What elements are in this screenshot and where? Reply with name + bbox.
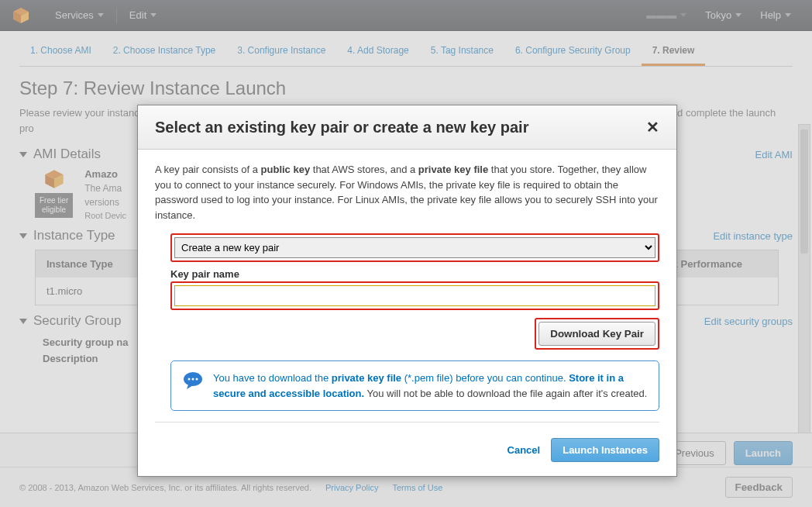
svg-point-2 — [192, 378, 194, 381]
svg-point-1 — [188, 378, 191, 381]
modal-description: A key pair consists of a public key that… — [155, 162, 659, 222]
modal-title: Select an existing key pair or create a … — [155, 119, 528, 136]
chat-info-icon — [182, 371, 204, 389]
close-icon[interactable]: ✕ — [646, 118, 659, 136]
download-keypair-button[interactable]: Download Key Pair — [538, 322, 655, 346]
divider — [155, 422, 659, 422]
keypair-name-input[interactable] — [174, 285, 655, 306]
keypair-name-label: Key pair name — [170, 268, 659, 280]
svg-point-3 — [196, 378, 198, 381]
keypair-mode-select[interactable]: Create a new key pair — [174, 237, 655, 258]
info-text: You have to download the private key fil… — [213, 371, 648, 401]
modal-header: Select an existing key pair or create a … — [138, 105, 676, 150]
keypair-modal: Select an existing key pair or create a … — [137, 105, 677, 477]
cancel-button[interactable]: Cancel — [508, 444, 541, 456]
keypair-name-highlight — [170, 281, 659, 310]
info-callout: You have to download the private key fil… — [170, 360, 659, 411]
keypair-select-highlight: Create a new key pair — [170, 233, 659, 262]
download-highlight: Download Key Pair — [535, 318, 659, 350]
modal-footer: Cancel Launch Instances — [138, 429, 676, 476]
launch-instances-button[interactable]: Launch Instances — [551, 438, 659, 462]
